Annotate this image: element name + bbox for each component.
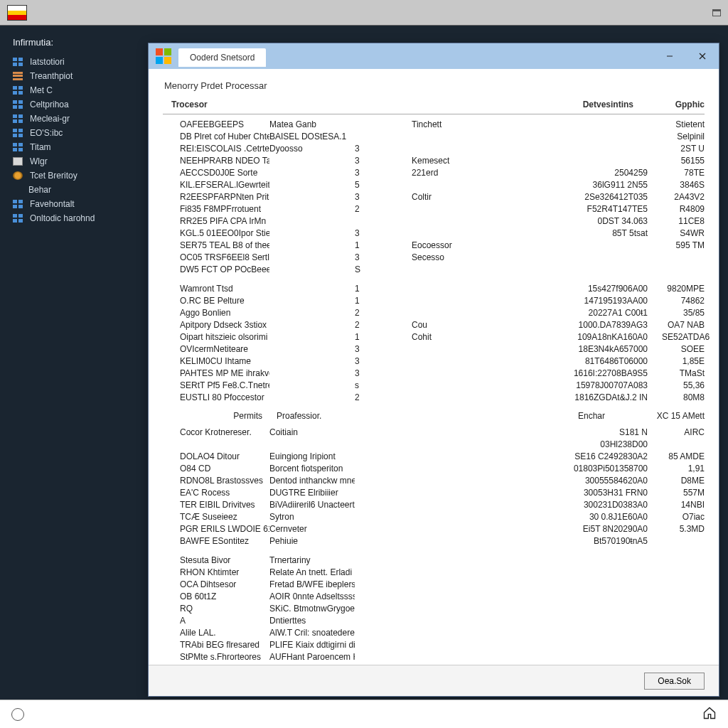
restore-window-icon[interactable] — [712, 9, 721, 16]
home-icon[interactable] — [702, 706, 717, 722]
cell-c4: Cou — [412, 319, 569, 331]
cell-c3: 3 — [355, 155, 412, 167]
table-row: DOLAO4 DitourEuingiong IripiontSE16 C249… — [163, 451, 705, 463]
sidebar: Infirmutia: IatstotioriTreanthpiotMet CC… — [0, 26, 148, 700]
close-button[interactable] — [686, 43, 719, 69]
sidebar-item-6[interactable]: Titam — [0, 140, 148, 154]
cell-c3 — [355, 475, 412, 487]
cell-c6: S4WR — [662, 228, 705, 240]
table-row: EUSTLI 80 Pfoccestor21816ZGDAt&J.2 IN80M… — [163, 392, 705, 404]
table-row: OC05 TRSF6EEl8 Sertle3Secesso — [163, 252, 705, 264]
cell-c6: R4809 — [662, 203, 705, 215]
cell-c4 — [412, 511, 569, 523]
cell-c4 — [412, 131, 569, 143]
table-row: PGR ERILS LWDOIE 61RCernveterEi5T 8N2029… — [163, 523, 705, 535]
minimize-button[interactable] — [653, 43, 686, 69]
cell-c1: A — [163, 615, 269, 627]
cell-c1: AECCSD0J0E Sorte — [163, 167, 269, 179]
cell-c2 — [269, 167, 355, 179]
cell-c1: KELIM0CU Ihtame — [163, 355, 269, 368]
cell-c6: 85 AMDE — [662, 451, 705, 463]
sidebar-item-4[interactable]: Mecleai-gr — [0, 112, 148, 126]
cell-c4 — [412, 380, 569, 392]
cell-c2: BiVAdiireril6 Unacteert — [269, 499, 355, 511]
cell-c2: Dentod inthanckw mnemorresser. — [269, 475, 355, 487]
ok-button[interactable]: Oea.Sok — [644, 673, 705, 690]
cell-c5 — [569, 240, 662, 252]
table-row: PAHTES MP ME ihrakvent31616I:22708BA9S5T… — [163, 368, 705, 380]
cell-c5: 20227A1 C00ŧ1 — [569, 307, 662, 319]
table-row: KIL.EFSERAL.lGewrteit5536lG911 2N553846S — [163, 179, 705, 191]
cell-c1: NEEHPRARB NDEO Tarh — [163, 155, 269, 167]
cell-c4: Secesso — [412, 252, 569, 264]
sidebar-item-3[interactable]: Celtprihoa — [0, 97, 148, 112]
cell-c2 — [269, 368, 355, 380]
table-row: KGL.5 01EEO0Ipor Stien385T 5tsatS4WR — [163, 228, 705, 240]
table-row: SER75 TEAL B8 of theert1Eocoessor595 TM — [163, 240, 705, 252]
sidebar-item-8[interactable]: Tcet Breritoy — [0, 168, 148, 183]
cell-c1: R2EESPFARPNten Pritent — [163, 191, 269, 203]
sidebar-item-9[interactable]: Behar — [0, 183, 148, 197]
sidebar-item-label: Met C — [30, 85, 53, 95]
cell-c1: O.RC BE Pelture — [163, 295, 269, 307]
cell-c1: DOLAO4 Ditour — [163, 451, 269, 463]
cell-c2 — [269, 203, 355, 215]
cell-c5: 30055584620A0 — [569, 475, 662, 487]
cell-c1: EUSTLI 80 Pfoccestor — [163, 392, 269, 404]
sidebar-item-2[interactable]: Met C — [0, 83, 148, 97]
tab-active[interactable]: Ooderd Snetsord — [178, 48, 266, 67]
table-row: RQSKiC. BtmotnwGrygoert — [163, 603, 705, 615]
table-row: Stesuta BivorTrnertariny — [163, 555, 705, 567]
cell-c2: DUGTRE Elribiiier — [269, 487, 355, 499]
cell-c1: OC05 TRSF6EEl8 Sertle — [163, 252, 269, 264]
table-row: Aggo Bonlien220227A1 C00ŧ135/85 — [163, 307, 705, 319]
sidebar-item-11[interactable]: Onltodic harohnd — [0, 211, 148, 225]
cell-c2 — [269, 228, 355, 240]
cell-c4 — [412, 307, 569, 319]
cell-c2: Dyoosso — [269, 143, 355, 155]
table-row: DB Plret cof Huber ChteBAISEL DOStESA.1S… — [163, 131, 705, 143]
cell-c3: s — [355, 380, 412, 392]
sidebar-item-0[interactable]: Iatstotiori — [0, 55, 148, 69]
cell-c4 — [412, 451, 569, 463]
subhead-enchar: Enchar — [390, 410, 633, 422]
cell-c1: KGL.5 01EEO0Ipor Stien — [163, 228, 269, 240]
cell-c1: PGR ERILS LWDOIE 61R — [163, 523, 269, 535]
table-row: KELIM0CU Ihtame381T6486T060001,85E — [163, 355, 705, 368]
sidebar-item-label: Celtprihoa — [30, 100, 69, 109]
sidebar-item-5[interactable]: EO'S:ibc — [0, 126, 148, 140]
cell-c4 — [412, 355, 569, 368]
table-row: ADntierttes — [163, 615, 705, 627]
cell-c2: Pehiuie — [269, 535, 355, 547]
cell-c3 — [355, 535, 412, 547]
cell-c2: Euingiong Iripiont — [269, 451, 355, 463]
cell-c3 — [355, 451, 412, 463]
cell-c4: Kemesect — [412, 155, 569, 167]
cell-c5 — [569, 131, 662, 143]
grid-icon — [13, 214, 23, 223]
sidebar-item-label: Treanthpiot — [30, 71, 73, 81]
cell-c6 — [662, 252, 705, 264]
cell-c3: 3 — [355, 252, 412, 264]
cell-c3: 3 — [355, 355, 412, 368]
table-row: O84 CDBorcent fiotsperiton01803Pi5013587… — [163, 463, 705, 475]
cell-c6: 1,85E — [662, 355, 705, 368]
circle-icon[interactable] — [11, 708, 24, 721]
cell-c2: AOIR 0nnte Adseltssssm. — [269, 591, 355, 603]
sidebar-item-10[interactable]: Favehontalt — [0, 197, 148, 211]
cell-c2: AlW.T Cril: snoatederer Pordb. — [269, 627, 355, 639]
cell-c1: RR2E5 PIFA CPA IrMn — [163, 215, 269, 228]
cell-c5 — [569, 264, 662, 276]
cell-c1: BAWFE ESontitez — [163, 535, 269, 547]
sidebar-item-7[interactable]: Wlgr — [0, 154, 148, 168]
cell-c6: 9820MPE — [662, 283, 705, 295]
cell-c6: 2A43V2 — [662, 191, 705, 203]
cell-c5: 2Se326412T035 — [569, 191, 662, 203]
grid-icon — [13, 129, 23, 137]
cell-c4: Coltir — [412, 191, 569, 203]
cell-c3: 3 — [355, 167, 412, 179]
table-row: Cocor Krotnereser.CoitiainS181 N 03Hl238… — [163, 427, 705, 451]
table-row: Alile LAL.AlW.T Cril: snoatederer Pordb. — [163, 627, 705, 639]
sidebar-item-label: Wlgr — [30, 156, 48, 166]
sidebar-item-1[interactable]: Treanthpiot — [0, 69, 148, 83]
